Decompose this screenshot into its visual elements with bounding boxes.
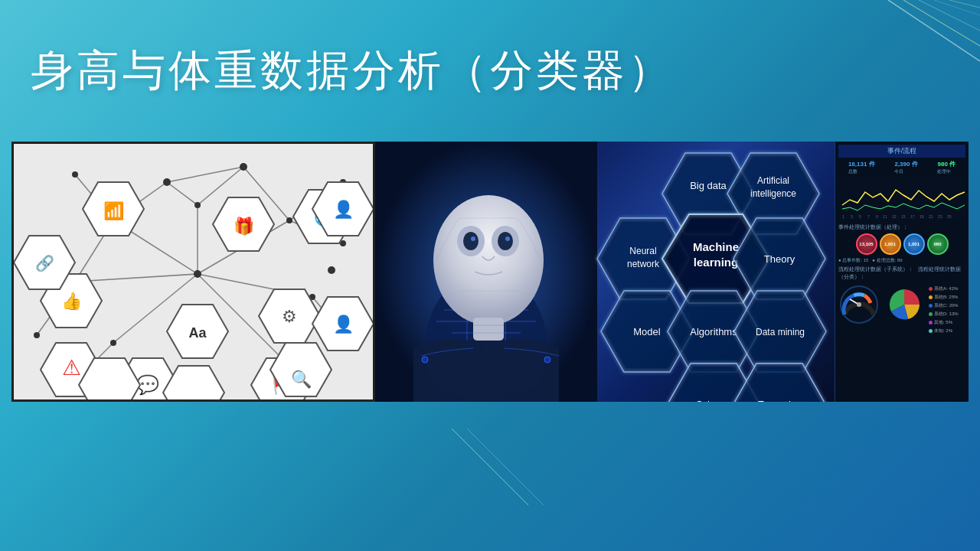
svg-text:3: 3	[851, 214, 853, 219]
svg-text:17: 17	[910, 214, 915, 219]
circle-3: 1,001	[903, 233, 925, 255]
dashboard-pie	[884, 284, 926, 326]
svg-line-143	[467, 429, 544, 505]
svg-point-42	[194, 202, 201, 208]
stat-today: 2,390 件 今日	[894, 160, 917, 175]
network-bg: ⚠ 📶 💬 Aa ⚙ 👍 🏠	[14, 144, 373, 399]
svg-text:7: 7	[867, 214, 870, 219]
svg-point-31	[110, 340, 116, 346]
stat-process: 980 件 处理中	[937, 160, 956, 175]
dashboard-circles: 13,105 1,001 1,001 980	[838, 233, 965, 255]
dashboard-inner: 事件/流程 18,131 件 总数 2,390 件 今日 980 件 处理中	[835, 142, 969, 339]
dashboard-gauge	[838, 284, 880, 326]
dashboard-stats: 18,131 件 总数 2,390 件 今日 980 件 处理中	[838, 160, 965, 175]
dashboard-title: 事件/流程	[838, 145, 965, 158]
svg-text:Theory: Theory	[764, 253, 795, 265]
svg-text:Model: Model	[633, 326, 661, 337]
svg-point-26	[194, 270, 201, 278]
svg-text:Big data: Big data	[690, 180, 727, 191]
circle-4: 980	[927, 233, 949, 255]
svg-point-93	[505, 236, 510, 241]
page-title: 身高与体重数据分析（分类器）	[31, 42, 674, 100]
svg-text:Algorithms: Algorithms	[690, 326, 737, 337]
images-row: ⚠ 📶 💬 Aa ⚙ 👍 🏠	[11, 142, 969, 402]
svg-point-99	[422, 357, 428, 363]
svg-text:🔍: 🔍	[291, 369, 312, 390]
dashboard-section-events: 事件处理统计数据（处理）：	[838, 223, 965, 231]
dashboard-bottom-charts: 系统A: 42% 系统B: 25% 系统C: 20% 系统D: 13% 其他: …	[838, 284, 965, 336]
svg-text:Data mining: Data mining	[756, 327, 805, 337]
svg-line-142	[452, 429, 528, 505]
svg-text:👍: 👍	[61, 291, 83, 311]
svg-point-90	[463, 232, 479, 250]
panel-ai-robot: Big data Artificial intelligence Neural …	[375, 142, 835, 402]
decorative-lines-top-right	[827, 0, 980, 153]
svg-point-91	[498, 232, 513, 250]
decorative-lines-bottom	[375, 429, 605, 505]
dashboard-section-sub: 流程处理统计数据（子系统）： 流程处理统计数据（分类）：	[838, 266, 965, 281]
svg-text:5: 5	[859, 214, 861, 219]
svg-text:Machine: Machine	[693, 240, 739, 253]
panel-network-diagram: ⚠ 📶 💬 Aa ⚙ 👍 🏠	[11, 142, 375, 402]
circle-1: 13,105	[856, 233, 877, 255]
svg-text:21: 21	[929, 214, 933, 219]
svg-text:19: 19	[920, 214, 924, 219]
svg-text:23: 23	[938, 214, 942, 219]
stat-process-val: 980 件	[937, 160, 956, 168]
svg-line-3	[934, 0, 980, 15]
svg-text:9: 9	[876, 214, 878, 219]
svg-point-76	[240, 163, 247, 171]
stat-total-val: 18,131 件	[848, 160, 875, 168]
panel-dashboard: 事件/流程 18,131 件 总数 2,390 件 今日 980 件 处理中	[835, 142, 969, 402]
svg-text:Examples: Examples	[757, 399, 802, 402]
circle-2: 1,001	[880, 233, 901, 255]
svg-text:⚠: ⚠	[62, 356, 81, 380]
svg-line-1	[903, 0, 980, 46]
svg-text:Neural: Neural	[629, 246, 656, 256]
svg-point-77	[328, 266, 335, 274]
svg-point-92	[471, 236, 475, 241]
hex-grid: Big data Artificial intelligence Neural …	[544, 142, 835, 402]
svg-point-140	[857, 302, 861, 307]
svg-text:intelligence: intelligence	[750, 188, 796, 199]
svg-text:👤: 👤	[333, 314, 354, 334]
svg-text:🎁: 🎁	[234, 216, 255, 236]
svg-point-28	[286, 217, 292, 223]
svg-text:15: 15	[901, 214, 906, 219]
dashboard-line-chart: 13 57 911 1315 1719 2123 25	[838, 178, 965, 220]
svg-line-4	[949, 0, 980, 8]
svg-text:Science: Science	[696, 399, 731, 402]
svg-text:Artificial: Artificial	[757, 175, 789, 186]
svg-text:25: 25	[947, 214, 952, 219]
dashboard-legend-circles: ● 总事件数: 15 ● 处理总数: 89	[838, 257, 965, 264]
svg-rect-96	[473, 318, 504, 341]
svg-line-0	[888, 0, 980, 61]
svg-marker-122	[733, 364, 825, 402]
svg-text:network: network	[627, 259, 660, 269]
svg-point-38	[34, 332, 40, 338]
svg-text:11: 11	[883, 214, 887, 219]
svg-text:⚙: ⚙	[282, 307, 297, 326]
stat-total: 18,131 件 总数	[848, 160, 875, 175]
svg-line-2	[919, 0, 980, 31]
svg-text:learning: learning	[694, 256, 738, 269]
stat-today-val: 2,390 件	[894, 160, 917, 168]
svg-text:👤: 👤	[333, 199, 354, 220]
svg-text:1: 1	[842, 214, 844, 219]
dashboard-legend: 系统A: 42% 系统B: 25% 系统C: 20% 系统D: 13% 其他: …	[929, 284, 965, 336]
svg-text:13: 13	[892, 214, 897, 219]
svg-text:📶: 📶	[103, 201, 125, 221]
svg-text:🔗: 🔗	[35, 254, 54, 272]
svg-text:Aa: Aa	[188, 325, 207, 341]
svg-point-33	[72, 171, 78, 178]
svg-point-75	[163, 178, 171, 186]
